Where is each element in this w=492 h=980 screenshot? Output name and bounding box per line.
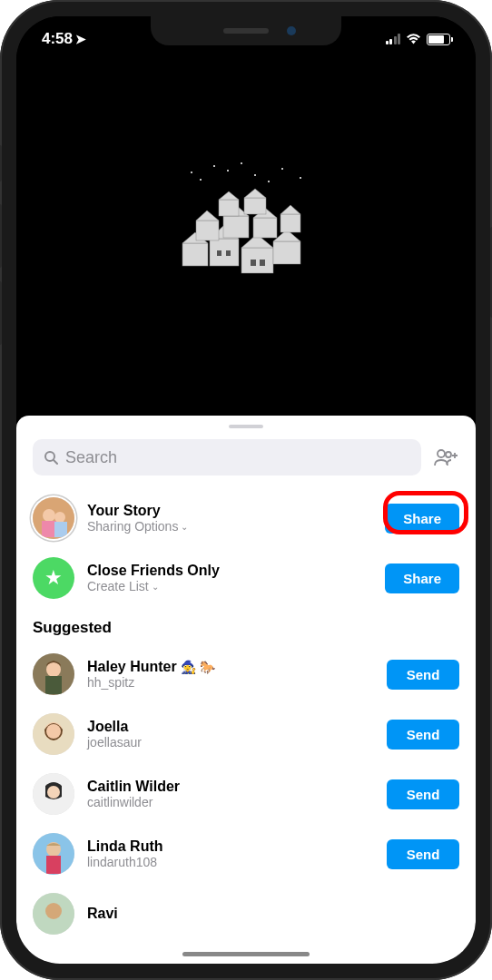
your-story-avatar[interactable] <box>33 497 74 539</box>
svg-rect-18 <box>244 198 266 214</box>
svg-rect-4 <box>241 248 273 273</box>
story-preview-image <box>16 16 476 416</box>
user-name: Ravi <box>87 906 459 922</box>
svg-point-20 <box>200 179 202 181</box>
share-your-story-button[interactable]: Share <box>385 504 459 534</box>
row-close-friends: ★ Close Friends Only Create List ⌄ Share <box>16 548 476 608</box>
user-badges: 🧙‍♀️ 🐎 <box>181 660 215 674</box>
user-avatar[interactable] <box>33 893 74 935</box>
search-placeholder: Search <box>65 448 117 467</box>
user-handle: lindaruth108 <box>87 855 374 869</box>
suggested-row: Ravi <box>16 884 476 935</box>
share-sheet: Search Your Story Sharing Options ⌄ <box>16 416 476 964</box>
user-handle: joellasaur <box>87 735 374 750</box>
user-handle: caitlinwilder <box>87 795 374 809</box>
svg-point-36 <box>446 452 451 457</box>
screen: 4:58 ➤ <box>16 16 476 964</box>
suggested-row: Caitlin Wilder caitlinwilder Send <box>16 764 476 824</box>
svg-rect-29 <box>217 250 221 256</box>
battery-icon <box>427 34 450 45</box>
svg-rect-42 <box>42 521 56 537</box>
svg-rect-10 <box>223 216 249 238</box>
suggested-row: Joella joellasaur Send <box>16 704 476 764</box>
your-story-title: Your Story <box>87 503 372 519</box>
sheet-handle[interactable] <box>229 425 263 428</box>
user-name: Caitlin Wilder <box>87 779 374 795</box>
svg-line-34 <box>54 460 57 464</box>
svg-rect-2 <box>210 239 239 266</box>
wifi-icon <box>406 32 421 47</box>
svg-marker-17 <box>219 191 239 200</box>
svg-rect-46 <box>45 676 62 694</box>
sharing-options-link[interactable]: Sharing Options ⌄ <box>87 519 372 534</box>
user-name: Joella <box>87 719 374 735</box>
home-indicator[interactable] <box>182 952 310 956</box>
svg-point-23 <box>281 168 283 170</box>
user-avatar[interactable] <box>33 773 74 815</box>
notch <box>151 16 341 45</box>
cellular-signal-icon <box>386 34 401 44</box>
svg-point-28 <box>241 162 242 164</box>
send-button[interactable]: Send <box>387 839 459 869</box>
svg-point-40 <box>43 509 55 522</box>
svg-marker-15 <box>280 205 300 214</box>
svg-point-49 <box>46 724 61 739</box>
svg-point-21 <box>227 170 229 172</box>
svg-rect-55 <box>46 856 61 874</box>
svg-marker-9 <box>196 211 219 220</box>
suggested-row: Linda Ruth lindaruth108 Send <box>16 824 476 884</box>
search-icon <box>44 450 58 465</box>
row-your-story: Your Story Sharing Options ⌄ Share <box>16 488 476 548</box>
user-avatar[interactable] <box>33 653 74 695</box>
svg-rect-32 <box>260 260 265 266</box>
close-friends-title: Close Friends Only <box>87 563 372 579</box>
user-name: Haley Hunter <box>87 659 177 675</box>
phone-frame: 4:58 ➤ <box>0 0 492 980</box>
svg-point-26 <box>300 177 301 179</box>
suggested-header: Suggested <box>16 608 476 644</box>
suggested-row: Haley Hunter 🧙‍♀️ 🐎 hh_spitz Send <box>16 644 476 704</box>
user-handle: hh_spitz <box>87 675 374 690</box>
svg-point-22 <box>254 174 256 176</box>
svg-rect-12 <box>253 218 277 238</box>
location-icon: ➤ <box>75 32 86 46</box>
status-time: 4:58 ➤ <box>42 30 86 48</box>
close-friends-avatar[interactable]: ★ <box>33 557 74 599</box>
send-button[interactable]: Send <box>387 779 459 809</box>
svg-point-25 <box>268 181 270 182</box>
share-close-friends-button[interactable]: Share <box>385 564 459 593</box>
svg-rect-30 <box>226 250 231 256</box>
time-text: 4:58 <box>42 30 73 48</box>
svg-point-27 <box>191 172 192 173</box>
star-icon: ★ <box>44 566 63 590</box>
svg-rect-16 <box>219 200 239 216</box>
svg-point-35 <box>438 450 445 457</box>
send-button[interactable]: Send <box>387 660 459 690</box>
svg-point-57 <box>45 903 62 919</box>
chevron-down-icon: ⌄ <box>181 522 188 532</box>
send-button[interactable]: Send <box>387 720 459 750</box>
svg-point-24 <box>213 165 215 167</box>
svg-rect-43 <box>54 522 67 537</box>
svg-rect-6 <box>273 241 300 264</box>
user-avatar[interactable] <box>33 713 74 755</box>
create-group-icon[interactable] <box>434 448 459 466</box>
svg-rect-0 <box>182 243 208 266</box>
svg-marker-19 <box>244 189 266 198</box>
svg-point-52 <box>47 786 60 799</box>
share-list[interactable]: Your Story Sharing Options ⌄ Share ★ C <box>16 488 476 964</box>
user-avatar[interactable] <box>33 833 74 875</box>
svg-rect-8 <box>196 220 219 240</box>
chevron-down-icon: ⌄ <box>152 582 159 592</box>
user-name: Linda Ruth <box>87 838 374 855</box>
search-input[interactable]: Search <box>33 439 421 475</box>
status-right <box>386 32 451 47</box>
svg-rect-14 <box>280 214 300 232</box>
create-list-link[interactable]: Create List ⌄ <box>87 579 372 593</box>
svg-rect-31 <box>251 260 256 266</box>
svg-point-45 <box>46 662 61 677</box>
